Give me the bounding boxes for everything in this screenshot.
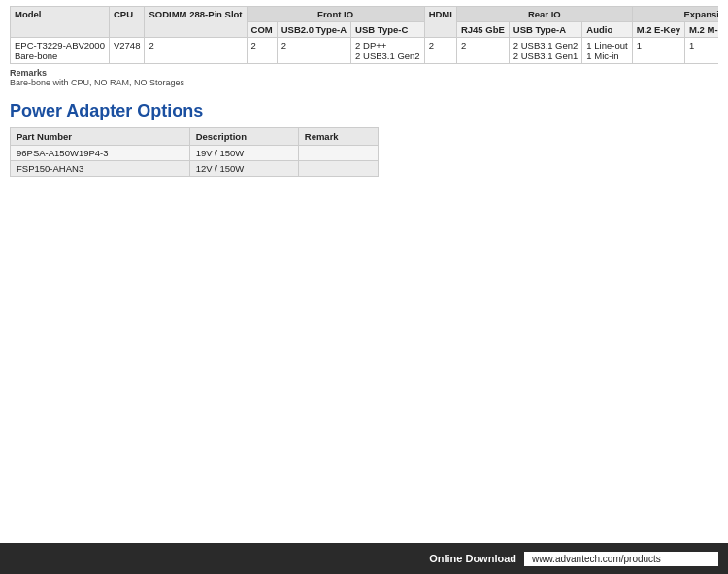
col-header-usb2: USB2.0 Type-A	[277, 22, 350, 38]
cell-usba-rear: 2 USB3.1 Gen22 USB3.1 Gen1	[509, 38, 582, 64]
power-table: Part Number Description Remark 96PSA-A15…	[10, 127, 379, 177]
col-header-sodimm: SODIMM 288-Pin Slot	[145, 7, 247, 38]
power-adapter-title: Power Adapter Options	[10, 101, 718, 121]
cell-audio: 1 Line-out1 Mic-in	[582, 38, 632, 64]
col-header-rj45: RJ45 GbE	[456, 22, 509, 38]
col-header-m2m: M.2 M-Key	[685, 22, 718, 38]
col-header-cpu: CPU	[109, 7, 144, 38]
remarks-text: Bare-bone with CPU, NO RAM, NO Storages	[10, 78, 184, 87]
cell-sodimm: 2	[145, 38, 247, 64]
main-content: Model CPU SODIMM 288-Pin Slot Front IO H…	[0, 0, 728, 254]
cell-usb2: 2	[277, 38, 350, 64]
power-remark-1	[298, 146, 378, 161]
footer: Online Download www.advantech.com/produc…	[0, 543, 728, 574]
power-desc-1: 19V / 150W	[189, 146, 298, 161]
remarks-label: Remarks	[10, 68, 47, 78]
power-col-part: Part Number	[11, 128, 190, 146]
specs-table-wrap: Model CPU SODIMM 288-Pin Slot Front IO H…	[10, 6, 718, 64]
power-row-1: 96PSA-A150W19P4-3 19V / 150W	[11, 146, 379, 161]
col-header-m2e: M.2 E-Key	[632, 22, 684, 38]
cell-m2m: 1	[685, 38, 718, 64]
cell-com: 2	[247, 38, 277, 64]
specs-table: Model CPU SODIMM 288-Pin Slot Front IO H…	[10, 6, 718, 64]
group-header-expansion: Expansion	[632, 7, 718, 22]
footer-url: www.advantech.com/products	[524, 552, 718, 566]
cell-rj45: 2	[456, 38, 509, 64]
group-header-reario: Rear IO	[456, 7, 632, 22]
cell-cpu: V2748	[109, 38, 144, 64]
col-header-usba: USB Type-A	[509, 22, 582, 38]
group-header-frontio: Front IO	[247, 7, 424, 22]
col-header-model: Model	[11, 7, 110, 38]
footer-label: Online Download	[429, 553, 516, 564]
cell-m2e: 1	[632, 38, 684, 64]
power-col-desc: Description	[189, 128, 298, 146]
col-header-audio: Audio	[582, 22, 632, 38]
remarks: Remarks Bare-bone with CPU, NO RAM, NO S…	[10, 68, 718, 87]
cell-usbc: 2 DP++2 USB3.1 Gen2	[351, 38, 425, 64]
cell-hdmi: 2	[424, 38, 456, 64]
power-remark-2	[298, 161, 378, 177]
power-col-remark: Remark	[298, 128, 378, 146]
power-part-1: 96PSA-A150W19P4-3	[11, 146, 190, 161]
power-row-2: FSP150-AHAN3 12V / 150W	[11, 161, 379, 177]
table-row: EPC-T3229-ABV2000Bare-bone V2748 2 2 2 2…	[11, 38, 719, 64]
cell-model: EPC-T3229-ABV2000Bare-bone	[11, 38, 110, 64]
power-part-2: FSP150-AHAN3	[11, 161, 190, 177]
col-header-usbc: USB Type-C	[351, 22, 425, 38]
col-header-hdmi: HDMI	[424, 7, 456, 38]
power-desc-2: 12V / 150W	[189, 161, 298, 177]
col-header-com: COM	[247, 22, 277, 38]
